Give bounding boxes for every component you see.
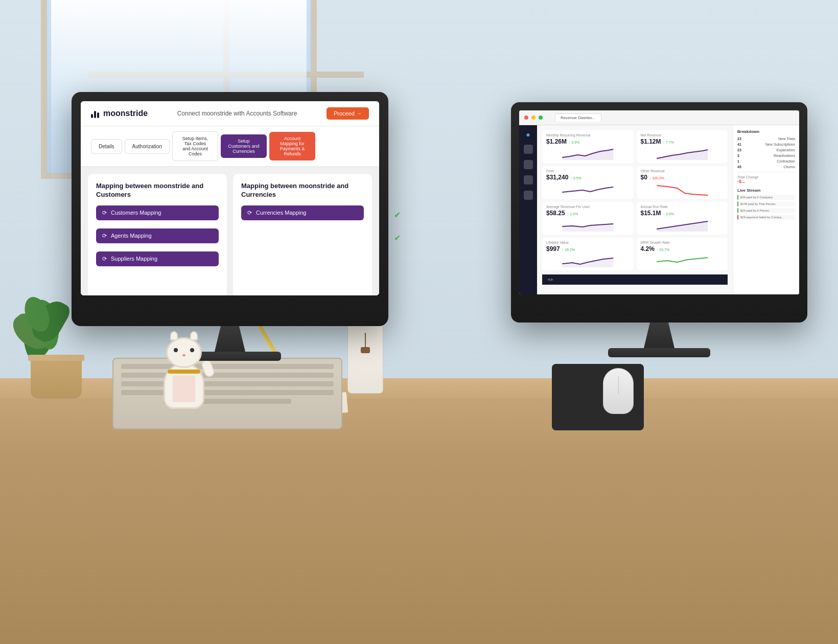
analytics-logo-icon: ● [526, 130, 530, 139]
metric-other-revenue-value: $0 [641, 174, 647, 181]
breakdown-total-change-value: -$... [737, 179, 795, 184]
breakdown-churns-label: Churns [783, 165, 795, 169]
imac-second-base [608, 348, 710, 357]
metric-fees-label: Fees [546, 169, 630, 173]
metric-ltv: Lifetime Value $997 ↑ 16.2% [542, 238, 634, 270]
metric-net-revenue-chart [641, 147, 724, 160]
suppliers-mapping-row: ⟳ Suppliers Mapping [96, 251, 219, 270]
sync-icon-4: ⟳ [247, 210, 252, 216]
plant-pot [31, 358, 82, 399]
metric-ltv-value: $997 [546, 245, 560, 252]
customers-mapping-row: ⟳ Customers Mapping ✔ [96, 205, 219, 224]
metric-other-revenue-chart [641, 183, 724, 196]
wizard-step-account-mapping[interactable]: Account Mapping for Payments & Refunds [269, 132, 315, 160]
analytics-body: ● Monthly Recurring Revenue $1.26M [519, 125, 799, 294]
imac-main-monitor: 🍎 moonstride Connect moonstride with Acc… [72, 92, 388, 361]
customers-mapping-button[interactable]: ⟳ Customers Mapping [96, 205, 219, 220]
metric-mrr-chart [546, 147, 630, 160]
breakdown-total-change-label: Total Change [737, 175, 795, 179]
imac-second-monitor: 🍎 Revenue Dashbo... ● [511, 102, 807, 357]
metric-arr: Annual Run Rate $15.1M ↑ 3.9% [637, 202, 728, 235]
imac-main-bezel: 🍎 moonstride Connect moonstride with Acc… [72, 92, 388, 326]
wizard-step-setup-items[interactable]: Setup Items, Tax Codes and Account Codes [172, 131, 218, 161]
metric-mrr-label: Monthly Recurring Revenue [546, 133, 630, 137]
breakdown-new-subs-num: 41 [737, 143, 741, 146]
metric-arr-chart [641, 219, 724, 232]
analytics-tab[interactable]: Revenue Dashbo... [555, 113, 601, 122]
metric-arr-change: ↑ 3.9% [663, 212, 674, 216]
logo-bar-1 [91, 114, 93, 118]
metric-net-revenue: Net Revenue $1.12M ↑ 7.7% [637, 130, 728, 163]
breakdown-expansions: 23 Expansions [737, 148, 795, 152]
metric-mrr-growth-value: 4.2% [641, 245, 655, 252]
live-item-3: $29 paid by A Person [737, 208, 795, 213]
sidebar-nav-icon-4[interactable] [524, 191, 533, 200]
agents-mapping-row: ⟳ Agents Mapping ✔ [96, 228, 219, 247]
breakdown-reactivations-label: Reactivations [774, 154, 795, 157]
app-logo: moonstride [91, 109, 148, 118]
customers-card-title: Mapping between moonstride and Customers [96, 182, 219, 199]
suppliers-mapping-button[interactable]: ⟳ Suppliers Mapping [96, 251, 219, 266]
live-item-4: $29 payment failed by Compa... [737, 215, 795, 220]
currencies-mapping-row: ⟳ Currencies Mapping ✔ [241, 205, 364, 224]
browser-maximize-dot[interactable] [539, 116, 543, 120]
analytics-browser-header: Revenue Dashbo... [519, 110, 799, 125]
metric-arpu-chart [546, 219, 630, 232]
metric-fees-chart [546, 183, 630, 196]
breakdown-reactivations: 3 Reactivations [737, 154, 795, 157]
sidebar-nav-icon-3[interactable] [524, 175, 533, 185]
live-stream-title: Live Stream [737, 188, 795, 193]
metric-fees-value: $31,240 [546, 174, 568, 181]
currencies-mapping-button[interactable]: ⟳ Currencies Mapping [241, 205, 364, 220]
metric-arpu-change: ↑ 1.0% [567, 212, 578, 216]
breakdown-new-subs: 41 New Subscriptions [737, 143, 795, 146]
app-header: moonstride Connect moonstride with Accou… [81, 101, 379, 126]
breakdown-new-trials-num: 23 [737, 137, 741, 141]
breakdown-contraction-label: Contraction [777, 159, 795, 163]
proceed-button[interactable]: Proceed → [327, 107, 369, 120]
breakdown-title: Breakdown [737, 129, 795, 134]
wizard-steps: Details Authorization Setup Items, Tax C… [81, 126, 379, 167]
metric-mrr-growth-change: ↑ 33.7% [657, 248, 669, 251]
keyboard [112, 358, 342, 429]
mouse[interactable] [603, 368, 634, 414]
metric-ltv-change: ↑ 16.2% [562, 248, 575, 251]
breakdown-new-subs-label: New Subscriptions [765, 143, 795, 146]
logo-bars-icon [91, 109, 99, 118]
metric-ltv-chart [546, 255, 630, 267]
currencies-card-title: Mapping between moonstride and Currencie… [241, 182, 364, 199]
live-item-1: $29 paid by A Company [737, 195, 795, 200]
agents-mapping-button[interactable]: ⟳ Agents Mapping [96, 228, 219, 243]
customers-mapping-card: Mapping between moonstride and Customers… [88, 174, 227, 295]
bottom-bar-time: ◀ ▶ [547, 278, 553, 282]
analytics-bottom-bar: ◀ ▶ [542, 274, 728, 285]
metric-net-revenue-change: ↑ 7.7% [663, 141, 674, 144]
metric-mrr-growth-chart [641, 255, 724, 267]
breakdown-expansions-label: Expansions [777, 148, 795, 152]
metric-arpu-value: $58.25 [546, 210, 565, 217]
browser-close-dot[interactable] [524, 116, 528, 120]
browser-minimize-dot[interactable] [531, 116, 536, 120]
currencies-mapping-card: Mapping between moonstride and Currencie… [233, 174, 372, 295]
metric-other-revenue: Other Revenue $0 ↓ 100.0% [637, 166, 728, 199]
breakdown-new-trials: 23 New Trials [737, 137, 795, 141]
metric-ltv-label: Lifetime Value [546, 241, 630, 244]
imac-second-stand [644, 323, 674, 348]
wizard-step-details[interactable]: Details [91, 139, 122, 154]
wizard-step-setup-customers[interactable]: Setup Customers and Currencies [221, 134, 267, 158]
analytics-main-area: Monthly Recurring Revenue $1.26M ↑ 3.9% [537, 125, 733, 294]
metric-mrr-change: ↑ 3.9% [569, 141, 579, 144]
sidebar-nav-icon-2[interactable] [524, 160, 533, 169]
metrics-grid: Monthly Recurring Revenue $1.26M ↑ 3.9% [542, 130, 728, 270]
app-subtitle: Connect moonstride with Accounts Softwar… [177, 110, 297, 117]
metric-net-revenue-label: Net Revenue [641, 133, 724, 137]
imac-main-stand [215, 326, 245, 352]
sync-icon-3: ⟳ [102, 256, 107, 262]
metric-fees-change: ↑ 3.5% [570, 176, 581, 180]
wizard-step-authorization[interactable]: Authorization [125, 139, 170, 154]
sidebar-nav-icon-1[interactable] [524, 145, 533, 154]
imac-second-screen: Revenue Dashbo... ● Month [519, 110, 799, 294]
metric-mrr-growth-label: MRR Growth Rate [641, 241, 724, 244]
logo-bar-3 [97, 112, 99, 118]
sync-icon: ⟳ [102, 210, 107, 216]
